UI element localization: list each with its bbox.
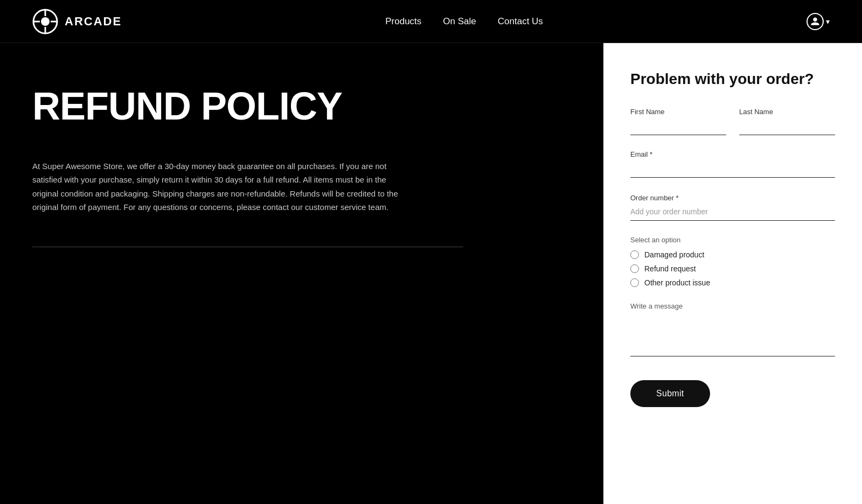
last-name-label: Last Name	[739, 108, 835, 116]
radio-other-label: Other product issue	[644, 278, 710, 287]
order-number-label: Order number *	[630, 194, 679, 202]
user-icon	[807, 13, 824, 30]
order-number-group: Order number *	[630, 193, 835, 221]
first-name-input[interactable]	[630, 119, 726, 135]
message-group: Write a message	[630, 302, 835, 359]
select-label: Select an option	[630, 236, 835, 244]
main-content: REFUND POLICY At Super Awesome Store, we…	[0, 43, 862, 504]
radio-damaged-label: Damaged product	[644, 250, 704, 259]
main-nav: Products On Sale Contact Us	[385, 16, 543, 27]
radio-damaged-input[interactable]	[630, 250, 639, 259]
order-form-panel: Problem with your order? First Name Last…	[603, 43, 862, 504]
user-chevron-icon: ▾	[826, 17, 830, 26]
logo-area[interactable]: ARCADE	[32, 9, 122, 34]
refund-form: First Name Last Name Email * Order numbe…	[630, 108, 835, 407]
radio-damaged[interactable]: Damaged product	[630, 250, 835, 259]
radio-group: Damaged product Refund request Other pro…	[630, 250, 835, 287]
message-input[interactable]	[630, 313, 835, 356]
logo-icon	[32, 9, 58, 34]
svg-point-1	[41, 17, 50, 26]
nav-on-sale[interactable]: On Sale	[443, 16, 476, 27]
submit-button[interactable]: Submit	[630, 380, 710, 407]
page-title: REFUND POLICY	[32, 86, 571, 127]
email-input[interactable]	[630, 162, 835, 178]
form-title: Problem with your order?	[630, 70, 835, 88]
radio-refund[interactable]: Refund request	[630, 264, 835, 273]
select-section: Select an option Damaged product Refund …	[630, 236, 835, 287]
last-name-input[interactable]	[739, 119, 835, 135]
radio-refund-input[interactable]	[630, 264, 639, 273]
radio-other-input[interactable]	[630, 278, 639, 287]
nav-products[interactable]: Products	[385, 16, 421, 27]
header: ARCADE Products On Sale Contact Us ▾	[0, 0, 862, 43]
message-label: Write a message	[630, 302, 835, 310]
radio-other[interactable]: Other product issue	[630, 278, 835, 287]
email-group: Email *	[630, 150, 835, 178]
user-menu[interactable]: ▾	[807, 13, 830, 30]
policy-text: At Super Awesome Store, we offer a 30-da…	[32, 159, 399, 214]
last-name-group: Last Name	[739, 108, 835, 135]
email-label: Email *	[630, 150, 835, 158]
section-divider	[32, 247, 463, 247]
left-section: REFUND POLICY At Super Awesome Store, we…	[0, 43, 603, 504]
first-name-label: First Name	[630, 108, 726, 116]
name-row: First Name Last Name	[630, 108, 835, 135]
radio-refund-label: Refund request	[644, 264, 696, 273]
first-name-group: First Name	[630, 108, 726, 135]
order-number-input[interactable]	[630, 202, 835, 221]
nav-contact-us[interactable]: Contact Us	[498, 16, 543, 27]
logo-text: ARCADE	[65, 15, 122, 29]
